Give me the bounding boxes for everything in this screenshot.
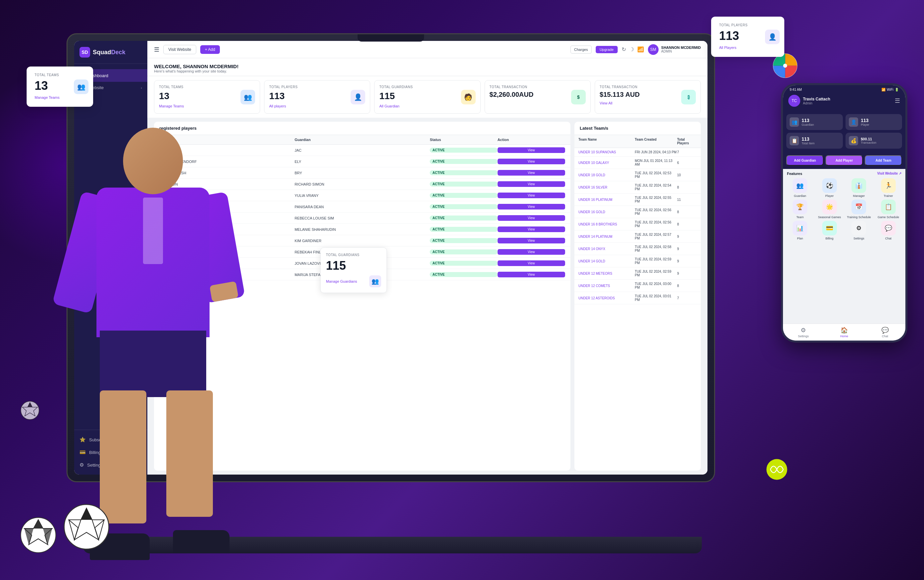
refresh-icon[interactable]: ↻ [622,46,626,53]
stat-link-guardians[interactable]: All Guardian [379,104,399,108]
floating-players-card: TOTAL PLAYERS 113 All Players 👤 [711,16,784,57]
feature-trainer[interactable]: 🏃 Trainer [875,178,903,198]
col-team-created: Team Created [635,138,677,145]
feature-settings-icon: ⚙ [852,221,866,236]
teams-table-header: Team Name Team Created Total Players [575,135,701,148]
phone-nav-chat[interactable]: 💬 Chat [865,326,905,338]
feature-manager[interactable]: 👔 Manager [845,178,873,198]
feature-billing[interactable]: 💳 Billing [816,221,843,240]
team-name[interactable]: UNDER 10 SUPANOVAS [578,150,635,154]
stat-card-transaction1: TOTAL TRANSACTION $2,260.00AUD $ [484,80,591,114]
team-name[interactable]: UNDER 16 SILVER [578,186,635,189]
phone-nav-settings[interactable]: ⚙ Settings [783,326,824,338]
view-button[interactable]: View [497,272,565,277]
add-button[interactable]: + Add [200,45,220,54]
phone-status-bar: 9:41 AM 📶 WiFi 🔋 [783,85,905,91]
view-button[interactable]: View [497,193,565,198]
view-button[interactable]: View [497,181,565,187]
item-stat-lbl: Total Item [802,142,815,145]
view-button[interactable]: View [497,159,565,164]
status-badge: ACTIVE [430,204,497,209]
team-row: UNDER 12 ASTEROIDSTUE JUL 02 2024, 03:01… [575,292,701,304]
view-button[interactable]: View [497,215,565,221]
visit-website-link[interactable]: Visit Website ↗ [877,171,901,176]
stat-link-transaction2[interactable]: View All [600,101,612,105]
feature-team[interactable]: 🏆 Team [786,199,814,219]
feature-settings[interactable]: ⚙ Settings [845,221,873,240]
jersey-stripe [143,198,163,264]
team-players: 9 [677,235,697,239]
feature-chat-icon: 💬 [881,221,896,236]
status-badge: ACTIVE [430,261,497,266]
feature-seasonal-games[interactable]: 🌟 Seasonal Games [816,199,843,219]
team-name[interactable]: UNDER 12 COMETS [578,284,635,288]
phone-user-role: Admin [803,101,830,105]
status-badge: ACTIVE [430,148,497,153]
phone-user-info: Travis Cattach Admin [803,97,830,105]
phone-nav-home[interactable]: 🏠 Home [824,326,865,338]
team-row: UNDER 16 SILVERTUE JUL 02 2024, 02:54 PM… [575,181,701,194]
view-button[interactable]: View [497,147,565,153]
feature-manager-icon: 👔 [852,178,866,193]
moon-icon[interactable]: ☽ [629,46,634,53]
feature-player[interactable]: ⚽ Player [816,178,843,198]
add-player-button[interactable]: Add Player [825,155,863,166]
feature-game-schedule[interactable]: 📋 Game Schedule [875,199,903,219]
floating-teams-card: TOTAL TEAMS 13 Manage Teams 👥 [26,66,93,107]
team-created: TUE JUL 02 2024, 02:56 PM [635,208,677,216]
status-badge: ACTIVE [430,216,497,221]
upgrade-button[interactable]: Upgrade [596,46,618,53]
team-name[interactable]: UNDER 18 GOLD [578,173,635,177]
charges-button[interactable]: Charges [570,46,592,54]
view-button[interactable]: View [497,249,565,255]
manage-guardians-link[interactable]: Manage Guardians [326,279,357,283]
visit-website-button[interactable]: Visit Website [163,45,196,54]
team-players: 8 [677,186,697,189]
feature-training-schedule[interactable]: 📅 Training Schedule [845,199,873,219]
team-name[interactable]: UNDER 12 ASTEROIDS [578,296,635,300]
phone-wrapper: 9:41 AM 📶 WiFi 🔋 TC Travis Cattach Admin… [781,83,908,343]
welcome-title: WELCOME, SHANNON MCDERMID! [154,64,701,69]
view-button[interactable]: View [497,260,565,266]
team-name[interactable]: UNDER 10 GALAXY [578,161,635,165]
team-name[interactable]: UNDER 16 8 BROTHERS [578,222,635,226]
team-name[interactable]: UNDER 14 ONYX [578,247,635,251]
floating-teams-link[interactable]: Manage Teams [35,96,59,99]
phone-menu-icon[interactable]: ☰ [895,97,900,104]
phone-features-header: Features Visit Website ↗ [783,169,905,177]
user-details: SHANNON MCDERMID ADMIN [661,46,701,53]
view-button[interactable]: View [497,238,565,244]
stat-card-players: TOTAL PLAYERS 113 All players 👤 [264,80,370,114]
team-name[interactable]: UNDER 16 PLATINUM [578,198,635,201]
guardian-stat-val: 113 [802,118,814,123]
view-button[interactable]: View [497,170,565,176]
feature-team-icon: 🏆 [792,199,807,214]
guardians-popup: TOTAL GUARDIANS 115 Manage Guardians 👥 [320,247,387,293]
add-team-button[interactable]: Add Team [865,155,902,166]
col-team-players: Total Players [677,138,697,145]
feature-guardian[interactable]: 👥 Guardian [786,178,814,198]
feature-plan[interactable]: 📊 Plan [786,221,814,240]
welcome-section: WELCOME, SHANNON MCDERMID! Here's what's… [147,58,707,76]
team-players: 8 [677,210,697,214]
feature-chat[interactable]: 💬 Chat [875,221,903,240]
team-created: TUE JUL 02 2024, 02:57 PM [635,233,677,240]
stat-link-teams[interactable]: Manage Teams [159,104,184,108]
team-name[interactable]: UNDER 12 METEORS [578,272,635,275]
player-image-container [40,111,266,560]
hamburger-icon[interactable]: ☰ [154,46,159,53]
stat-link-players[interactable]: All players [269,104,286,108]
status-badge: ACTIVE [430,249,497,254]
view-button[interactable]: View [497,226,565,232]
topbar: ☰ Visit Website + Add Charges Upgrade ↻ … [147,41,707,58]
fp-link[interactable]: All Players [719,46,736,49]
team-row: UNDER 18 GOLDTUE JUL 02 2024, 02:53 PM10 [575,169,701,181]
add-guardian-button[interactable]: Add Guardian [786,155,824,166]
view-button[interactable]: View [497,204,565,209]
team-row: UNDER 10 GALAXYMON JUL 01 2024, 11:13 AM… [575,157,701,169]
team-players: 7 [677,150,697,154]
team-name[interactable]: UNDER 16 GOLD [578,210,635,214]
team-name[interactable]: UNDER 14 PLATINUM [578,235,635,239]
team-name[interactable]: UNDER 14 GOLD [578,259,635,263]
signal-icon: 📶 [881,88,885,91]
